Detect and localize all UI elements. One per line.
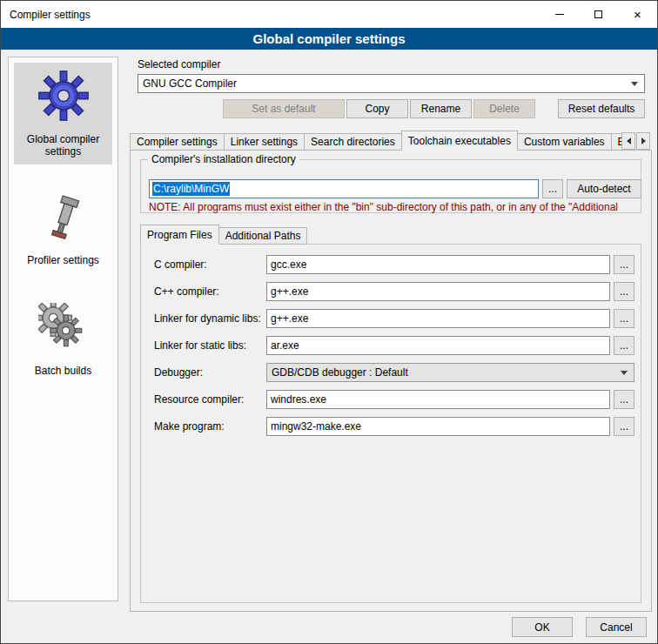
- cpp-compiler-input[interactable]: g++.exe: [266, 282, 610, 301]
- copy-button[interactable]: Copy: [346, 99, 408, 118]
- selected-compiler-label: Selected compiler: [138, 58, 220, 70]
- linker-dynamic-value: g++.exe: [271, 312, 308, 325]
- selected-compiler-value: GNU GCC Compiler: [143, 77, 237, 90]
- cpp-compiler-browse-button[interactable]: ...: [614, 282, 634, 301]
- make-program-value: mingw32-make.exe: [271, 420, 361, 433]
- c-compiler-value: gcc.exe: [271, 258, 306, 271]
- tab-scroll-right-button[interactable]: [636, 132, 650, 150]
- chevron-down-icon: [621, 371, 628, 375]
- maximize-button[interactable]: [579, 1, 618, 28]
- delete-button[interactable]: Delete: [473, 99, 535, 118]
- tab-custom-variables[interactable]: Custom variables: [517, 133, 612, 151]
- field-row-make-program: Make program: mingw32-make.exe ...: [1, 417, 658, 436]
- tab-program-files[interactable]: Program Files: [140, 225, 219, 245]
- field-row-linker-static: Linker for static libs: ar.exe ...: [1, 336, 658, 355]
- c-compiler-label: C compiler:: [154, 258, 207, 271]
- make-program-input[interactable]: mingw32-make.exe: [266, 417, 610, 436]
- linker-static-label: Linker for static libs:: [154, 339, 246, 352]
- settings-sidebar: Global compiler settings Profiler settin…: [8, 57, 118, 601]
- auto-detect-button[interactable]: Auto-detect: [567, 179, 641, 198]
- linker-dynamic-label: Linker for dynamic libs:: [154, 312, 261, 325]
- tab-linker-settings[interactable]: Linker settings: [224, 133, 305, 151]
- close-button[interactable]: ×: [618, 1, 657, 28]
- rename-button[interactable]: Rename: [410, 99, 472, 118]
- close-icon: ×: [634, 8, 641, 21]
- linker-dynamic-browse-button[interactable]: ...: [614, 309, 634, 328]
- field-row-resource-compiler: Resource compiler: windres.exe ...: [1, 390, 658, 409]
- window-title: Compiler settings: [10, 9, 91, 21]
- field-row-linker-dynamic: Linker for dynamic libs: g++.exe ...: [1, 309, 658, 328]
- compiler-settings-window: Compiler settings × Global compiler sett…: [0, 0, 658, 644]
- cancel-button[interactable]: Cancel: [586, 617, 647, 637]
- minimize-button[interactable]: [540, 1, 579, 28]
- arrow-left-icon: [627, 138, 631, 144]
- tab-compiler-settings[interactable]: Compiler settings: [130, 133, 225, 151]
- debugger-label: Debugger:: [154, 366, 203, 379]
- debugger-value: GDB/CDB debugger : Default: [272, 366, 408, 379]
- sidebar-item-global-compiler-settings[interactable]: Global compiler settings: [14, 63, 112, 164]
- linker-dynamic-input[interactable]: g++.exe: [266, 309, 610, 328]
- resource-compiler-input[interactable]: windres.exe: [266, 390, 610, 409]
- resource-compiler-label: Resource compiler:: [154, 393, 244, 406]
- resource-compiler-browse-button[interactable]: ...: [614, 390, 634, 409]
- installation-directory-input[interactable]: C:\raylib\MinGW: [149, 179, 539, 198]
- settings-tabstrip: Compiler settings Linker settings Search…: [130, 131, 622, 151]
- debugger-dropdown[interactable]: GDB/CDB debugger : Default: [266, 363, 634, 382]
- tab-additional-paths[interactable]: Additional Paths: [218, 227, 308, 245]
- tab-scroll-left-button[interactable]: [621, 132, 635, 150]
- c-compiler-input[interactable]: gcc.exe: [266, 255, 610, 274]
- gear-blue-icon: [37, 70, 90, 124]
- page-title: Global compiler settings: [1, 28, 657, 50]
- chevron-down-icon: [631, 82, 638, 86]
- arrow-right-icon: [641, 138, 646, 144]
- sidebar-item-label: Global compiler settings: [16, 133, 111, 158]
- installation-directory-value: C:\raylib\MinGW: [152, 182, 230, 196]
- directory-note: NOTE: All programs must exist either in …: [149, 201, 636, 213]
- c-compiler-browse-button[interactable]: ...: [614, 255, 634, 274]
- field-row-cpp-compiler: C++ compiler: g++.exe ...: [1, 282, 658, 301]
- reset-defaults-button[interactable]: Reset defaults: [558, 99, 645, 118]
- ok-button[interactable]: OK: [512, 617, 573, 637]
- window-controls: ×: [540, 1, 657, 28]
- program-files-tabstrip: Program Files Additional Paths: [140, 225, 306, 245]
- field-row-c-compiler: C compiler: gcc.exe ...: [1, 255, 658, 274]
- linker-static-input[interactable]: ar.exe: [266, 336, 610, 355]
- set-as-default-button[interactable]: Set as default: [223, 99, 345, 118]
- browse-directory-button[interactable]: ...: [542, 179, 563, 198]
- tab-scroll-arrows: [621, 132, 650, 150]
- installation-directory-group-title: Compiler's installation directory: [148, 153, 299, 165]
- linker-static-browse-button[interactable]: ...: [614, 336, 634, 355]
- minimize-icon: [555, 14, 564, 15]
- field-row-debugger: Debugger: GDB/CDB debugger : Default: [1, 363, 658, 382]
- make-program-label: Make program:: [154, 420, 225, 433]
- make-program-browse-button[interactable]: ...: [614, 417, 634, 436]
- resource-compiler-value: windres.exe: [271, 393, 326, 406]
- cpp-compiler-value: g++.exe: [271, 285, 308, 298]
- linker-static-value: ar.exe: [271, 339, 299, 352]
- cpp-compiler-label: C++ compiler:: [154, 285, 219, 298]
- maximize-icon: [594, 10, 602, 18]
- tab-toolchain-executables[interactable]: Toolchain executables: [401, 131, 518, 151]
- tab-search-directories[interactable]: Search directories: [304, 133, 402, 151]
- profiler-tool-icon: [39, 194, 88, 245]
- selected-compiler-dropdown[interactable]: GNU GCC Compiler: [138, 74, 645, 93]
